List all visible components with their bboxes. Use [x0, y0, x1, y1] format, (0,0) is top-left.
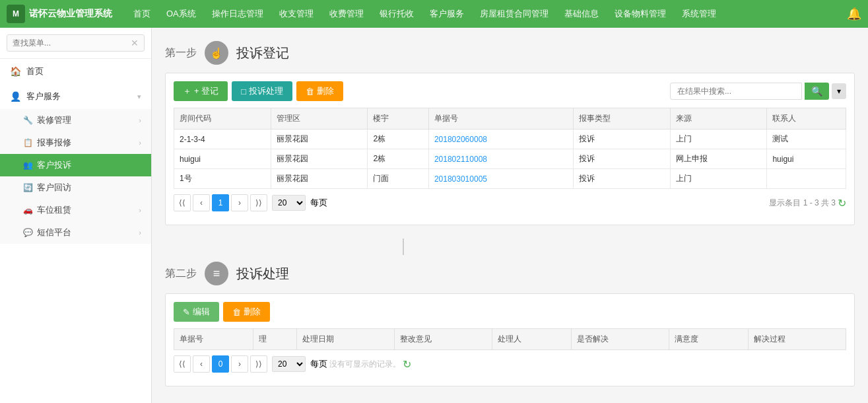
nav-log[interactable]: 操作日志管理: [204, 0, 271, 28]
step-connector: [403, 238, 404, 255]
col-building: 楼宇: [368, 108, 429, 129]
sidebar-item-parking-label: 车位租赁: [37, 204, 71, 216]
page-1-btn[interactable]: 1: [212, 194, 229, 211]
sidebar-item-parking[interactable]: 🚗 车位租赁 ›: [0, 199, 151, 221]
nav-basic[interactable]: 基础信息: [556, 0, 607, 28]
step1-circle: ☝: [205, 41, 228, 65]
last-page-btn[interactable]: ⟩⟩: [250, 194, 267, 211]
edit-button[interactable]: ✎ 编辑: [174, 302, 219, 322]
nav-customer[interactable]: 客户服务: [422, 0, 472, 28]
cell-order: 201803010005: [428, 169, 573, 189]
step2-header: 第二步 ≡ 投诉处理: [165, 262, 855, 285]
order-link[interactable]: 201803010005: [434, 174, 487, 184]
process-button[interactable]: □ 投诉处理: [232, 81, 292, 101]
nav-oa[interactable]: OA系统: [158, 0, 204, 28]
step2-circle: ≡: [205, 262, 228, 285]
nav-finance[interactable]: 收支管理: [271, 0, 321, 28]
next-page-btn[interactable]: ›: [231, 194, 248, 211]
s2-next-page-btn[interactable]: ›: [231, 355, 248, 373]
plus-icon: ＋: [183, 85, 191, 97]
step2-refresh-btn[interactable]: ↻: [403, 358, 411, 371]
step1-search-input[interactable]: [670, 83, 802, 100]
nav-bank[interactable]: 银行托收: [372, 0, 422, 28]
search-clear-icon[interactable]: ✕: [131, 38, 139, 48]
step2-table: 单据号 理 处理日期 整改意见 处理人 是否解决 满意度 解决过程: [174, 328, 846, 350]
sidebar-item-revisit[interactable]: 🔄 客户回访: [0, 176, 151, 199]
trash-icon-2: 🗑: [232, 307, 241, 317]
sidebar-item-complaint[interactable]: 👥 客户投诉: [0, 154, 151, 176]
sidebar-item-customer-service[interactable]: 👤 客户服务 ▾: [0, 84, 151, 109]
sidebar-item-decoration[interactable]: 🔧 装修管理 ›: [0, 109, 151, 131]
chevron-right-icon2: ›: [139, 139, 141, 147]
s2-prev-page-btn[interactable]: ‹: [193, 355, 210, 373]
sidebar: ✕ 🏠 首页 👤 客户服务 ▾ 🔧 装修管理 › 📋 报事报修 › 👥 客户投诉: [0, 28, 152, 403]
cell-building: 门面: [368, 169, 429, 189]
first-page-btn[interactable]: ⟨⟨: [174, 194, 191, 211]
col-s2-handler: 处理人: [492, 329, 571, 350]
decoration-icon: 🔧: [23, 116, 33, 125]
nav-equipment[interactable]: 设备物料管理: [607, 0, 674, 28]
trash-icon: 🗑: [306, 87, 314, 96]
table-row[interactable]: 1号 丽景花园 门面 201803010005 投诉 上门: [174, 169, 846, 189]
col-s2-resolved: 是否解决: [572, 329, 669, 350]
cell-room: huigui: [174, 149, 271, 169]
col-s2-process: 解决过程: [749, 329, 846, 350]
cell-order: 201802060008: [428, 129, 573, 149]
notification-bell[interactable]: 🔔: [847, 7, 861, 21]
sidebar-search-input[interactable]: [13, 38, 131, 48]
delete-button-1[interactable]: 🗑 删除: [296, 81, 343, 101]
col-s2-suggestion: 整改意见: [395, 329, 492, 350]
step1-table: 房间代码 管理区 楼宇 单据号 报事类型 来源 联系人 2-1-3-4 丽景花园…: [174, 108, 846, 189]
sidebar-item-sms[interactable]: 💬 短信平台 ›: [0, 221, 151, 244]
order-link[interactable]: 201802060008: [434, 135, 487, 144]
table-row[interactable]: 2-1-3-4 丽景花园 2栋 201802060008 投诉 上门 测试: [174, 129, 846, 149]
chevron-right-icon3: ›: [139, 206, 141, 214]
step1-header: 第一步 ☝ 投诉登记: [165, 41, 855, 65]
step1-page-info: 显示条目 1 - 3 共 3: [769, 198, 836, 209]
page-size-select-2[interactable]: 2050100: [272, 356, 306, 372]
table-row[interactable]: huigui 丽景花园 2栋 201802110008 投诉 网上申报 huig…: [174, 149, 846, 169]
step1-refresh-btn[interactable]: ↻: [838, 197, 846, 209]
step1-filter-button[interactable]: ▾: [832, 83, 846, 99]
add-register-button[interactable]: ＋ + 登记: [174, 81, 228, 101]
step2-toolbar: ✎ 编辑 🗑 删除: [174, 302, 846, 322]
col-contact: 联系人: [767, 108, 846, 129]
col-s2-date: 处理日期: [297, 329, 395, 350]
step2-table-header: 单据号 理 处理日期 整改意见 处理人 是否解决 满意度 解决过程: [174, 329, 846, 350]
step1-label: 第一步: [165, 46, 197, 60]
sidebar-item-complaint-label: 客户投诉: [37, 159, 141, 171]
col-order: 单据号: [428, 108, 573, 129]
step1-section: 第一步 ☝ 投诉登记 ＋ + 登记 □ 投诉处理 🗑 删除: [165, 41, 855, 225]
page-size-select-1[interactable]: 2050100: [272, 195, 306, 211]
nav-home[interactable]: 首页: [125, 0, 158, 28]
nav-house[interactable]: 房屋租赁合同管理: [472, 0, 556, 28]
s2-first-page-btn[interactable]: ⟨⟨: [174, 355, 191, 373]
sidebar-item-sms-label: 短信平台: [37, 227, 71, 238]
step1-search-button[interactable]: 🔍: [805, 83, 829, 100]
search-input-wrap[interactable]: ✕: [7, 34, 145, 52]
sms-icon: 💬: [23, 228, 33, 237]
main-content: 第一步 ☝ 投诉登记 ＋ + 登记 □ 投诉处理 🗑 删除: [152, 28, 868, 403]
cell-contact: huigui: [767, 149, 846, 169]
sidebar-item-home[interactable]: 🏠 首页: [0, 59, 151, 84]
step2-label: 第二步: [165, 267, 197, 281]
cell-type: 投诉: [574, 129, 671, 149]
nav-items: 首页 OA系统 操作日志管理 收支管理 收费管理 银行托收 客户服务 房屋租赁合…: [125, 0, 847, 28]
s2-last-page-btn[interactable]: ⟩⟩: [250, 355, 267, 373]
per-page-label-1: 每页: [310, 197, 327, 209]
step1-search-area: 🔍 ▾: [670, 83, 846, 100]
s2-page-0-btn[interactable]: 0: [212, 355, 229, 373]
sidebar-item-repair[interactable]: 📋 报事报修 ›: [0, 131, 151, 154]
order-link[interactable]: 201802110008: [434, 155, 487, 164]
prev-page-btn[interactable]: ‹: [193, 194, 210, 211]
nav-system[interactable]: 系统管理: [674, 0, 724, 28]
col-type: 报事类型: [574, 108, 671, 129]
edit-icon: ✎: [183, 307, 190, 317]
cell-contact: 测试: [767, 129, 846, 149]
logo-icon: M: [7, 5, 25, 23]
delete-button-2[interactable]: 🗑 删除: [223, 302, 270, 322]
step2-section: 第二步 ≡ 投诉处理 ✎ 编辑 🗑 删除: [165, 262, 855, 386]
complaint-icon: 👥: [23, 161, 33, 170]
nav-fee[interactable]: 收费管理: [321, 0, 372, 28]
step2-pagination: ⟨⟨ ‹ 0 › ⟩⟩ 2050100 每页 没有可显示的记录。 ↻: [174, 350, 846, 378]
